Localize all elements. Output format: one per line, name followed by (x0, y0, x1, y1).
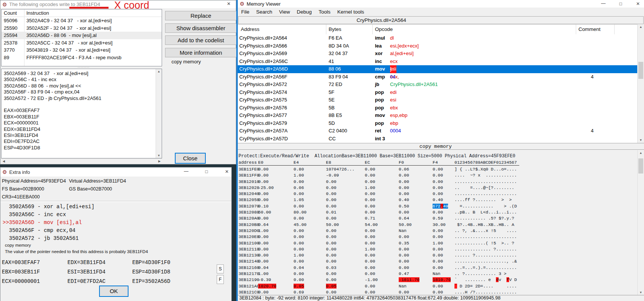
memory-value[interactable]: 0.10 (258, 203, 294, 209)
memory-value[interactable]: 1.00 (258, 228, 294, 234)
memory-value[interactable]: 0.00 (294, 246, 326, 252)
close-icon[interactable]: ✕ (221, 169, 233, 174)
disassembly-row[interactable]: CryPhysics.dll+2A57AC2 0400ret00044 (238, 127, 638, 135)
memory-value[interactable]: 1.00 (258, 271, 294, 277)
memory-value[interactable]: 0.00 (433, 179, 454, 185)
memory-value[interactable]: 0.00 (326, 228, 365, 234)
disassembly-row[interactable]: CryPhysics.dll+2A56D88 06mov[esi],al (238, 65, 638, 73)
add-to-codelist-button[interactable]: Add to the codelist (165, 35, 237, 45)
extra-info-titlebar[interactable]: ⚙ Extra info (0, 167, 231, 177)
memory-row[interactable]: 3EB121600.040.040.030.000.000.00...=...=… (239, 265, 638, 271)
float-view-button[interactable]: F (217, 275, 224, 284)
memory-value[interactable]: 0.00 (433, 191, 454, 197)
disassembly-row[interactable]: CryPhysics.dll+2A5778B E5movesp,ebp (238, 112, 638, 120)
memory-value[interactable]: 0.05 (326, 283, 365, 289)
disassembly-list[interactable]: CryPhysics.dll+2A564F6 EAimuldlCryPhysic… (238, 34, 638, 143)
opcode-row[interactable]: 377035043819 - 32 04 37 - xor al,[edi+es… (2, 46, 162, 54)
opcode-row[interactable]: 255903502A52F - 32 04 37 - xor al,[edi+e… (2, 25, 162, 32)
memory-value[interactable]: 0.00 (294, 240, 326, 246)
scroll-up-icon[interactable]: ▲ (156, 70, 162, 73)
show-disassembler-button[interactable]: Show disassembler (165, 23, 237, 33)
memory-dump-pane[interactable]: Protect:Execute/Read/Write AllocationBas… (238, 150, 638, 295)
memory-row[interactable]: 3EB120700.100.000.000.000.50672.49 =....… (239, 203, 638, 209)
memory-value[interactable]: 0.06 (294, 185, 326, 191)
memory-value[interactable]: 0.00 (258, 246, 294, 252)
memory-value[interactable]: 0.40 (433, 197, 454, 203)
memory-dump-scrollbar[interactable]: ▲ ▼ (637, 150, 644, 295)
column-address[interactable]: Address (241, 26, 260, 32)
memory-value[interactable]: 0.04 (294, 265, 326, 271)
memory-value[interactable]: 0.00 (326, 179, 365, 185)
scroll-down-icon[interactable]: ▼ (638, 291, 644, 294)
memory-value[interactable]: Nan (399, 283, 433, 289)
memory-value[interactable]: 672.49 (433, 203, 454, 209)
memory-row[interactable]: 3EB11FF80.001.00-0.090.000.000.00.... ~?… (239, 172, 638, 178)
memory-value[interactable]: 1810.70 (433, 277, 454, 283)
memory-row[interactable]: 3EB1208860.0080.000.010.000.000.00..pB..… (239, 209, 638, 215)
memory-value[interactable]: 0.00 (365, 252, 399, 258)
memory-value[interactable]: 0.00 (433, 283, 454, 289)
memory-value[interactable]: 1.00 (294, 172, 326, 178)
memory-value[interactable]: 0.00 (433, 289, 454, 295)
memory-value[interactable]: 0.00 (433, 166, 454, 172)
memory-value[interactable]: 0.64 (399, 215, 433, 221)
memory-value[interactable]: -1.00 (365, 277, 399, 283)
memory-value[interactable]: 0.00 (365, 209, 399, 215)
opcode-row[interactable]: 950963502A4C9 - 32 04 37 - xor al,[edi+e… (2, 17, 162, 25)
memory-value[interactable]: 0.00 (294, 215, 326, 221)
minimize-icon[interactable]: — (598, 1, 609, 6)
scroll-up-icon[interactable]: ▲ (638, 151, 644, 155)
memory-value[interactable]: 80.00 (294, 209, 326, 215)
memory-row[interactable]: 3EB121180.000.000.001.000.000.00........… (239, 246, 638, 252)
memory-row[interactable]: 3EB121000.000.000.000.000.351.00........… (239, 240, 638, 246)
copy-memory-link[interactable]: copy memory (5, 243, 31, 247)
memory-value[interactable]: 1.05 (294, 197, 326, 203)
detail-horizontal-scrollbar[interactable]: ◀ ▶ (1, 158, 162, 164)
memory-value[interactable]: 0.00 (294, 271, 326, 277)
memory-value[interactable]: Nan (399, 228, 433, 234)
memory-value[interactable]: 0.00 (258, 215, 294, 221)
memory-viewer-titlebar[interactable]: ⚙ Memory Viewer (238, 0, 644, 8)
memory-value[interactable]: 0.00 (294, 191, 326, 197)
memory-value[interactable]: 50.00 (399, 222, 433, 228)
memory-value[interactable]: 0.00 (433, 252, 454, 258)
memory-value[interactable]: 0.00 (365, 289, 399, 295)
memory-value[interactable]: 0.00 (433, 228, 454, 234)
memory-value[interactable]: 0.00 (326, 185, 365, 191)
memory-value[interactable]: 0.00 (258, 166, 294, 172)
opcode-list[interactable]: Count Instruction 950963502A4C9 - 32 04 … (1, 9, 162, 66)
column-bytes[interactable]: Bytes (329, 26, 341, 32)
disassembly-row[interactable]: CryPhysics.dll+2A57272 EDjbCryPhysics.dl… (238, 81, 638, 89)
memory-value[interactable]: 0.00 (399, 172, 433, 178)
memory-value[interactable]: 0.35 (399, 240, 433, 246)
opcode-detail-pane[interactable]: 3502A569 - 32 04 37 - xor al,[edi+esi]35… (1, 69, 162, 158)
memory-row[interactable]: 3EB121A81820.700.050.050.00Nan0.00` D 2D… (239, 283, 638, 289)
memory-value[interactable]: 0.00 (433, 265, 454, 271)
memory-value[interactable]: 45.00 (294, 222, 326, 228)
memory-value[interactable]: 0.00 (326, 277, 365, 283)
memory-value[interactable]: 1.00 (433, 240, 454, 246)
memory-value[interactable]: 0.00 (399, 265, 433, 271)
memory-value[interactable]: 0.00 (294, 203, 326, 209)
menu-item-kernel-tools[interactable]: Kernel tools (334, 9, 367, 15)
opcode-row[interactable]: 89FFFFF802ACE19FC4 - F3 A4 - repe movsb (2, 54, 162, 61)
memory-value[interactable]: 0.00 (399, 209, 433, 215)
memory-value[interactable]: -0.39 (258, 277, 294, 283)
memory-value[interactable]: 0.00 (326, 246, 365, 252)
memory-row[interactable]: 3EB12190-0.390.000.00-1.00-1811.701810.7… (239, 277, 638, 283)
memory-value[interactable]: 50.00 (326, 222, 365, 228)
memory-value[interactable]: 0.00 (326, 197, 365, 203)
memory-value[interactable]: 0.00 (365, 234, 399, 240)
memory-value[interactable]: 30.00 (433, 222, 454, 228)
memory-value[interactable]: 0.00 (365, 197, 399, 203)
memory-row[interactable]: 3EB121480.000.000.000.000.000.00........… (239, 258, 638, 264)
memory-value[interactable]: 0.69 (294, 289, 326, 295)
memory-value[interactable]: 0.64 (258, 222, 294, 228)
disassembly-scrollbar[interactable]: ▲ ▼ (637, 24, 644, 143)
memory-row[interactable]: 3EB120B80.6445.0050.0054.0050.0030.00 $?… (239, 222, 638, 228)
memory-value[interactable]: 0.00 (399, 179, 433, 185)
memory-value[interactable]: 0.00 (326, 258, 365, 264)
detail-vertical-scrollbar[interactable]: ▲ ▼ (156, 69, 162, 158)
memory-value[interactable]: 0.00 (365, 265, 399, 271)
disassembly-row[interactable]: CryPhysics.dll+2A5745Fpopedi (238, 89, 638, 97)
